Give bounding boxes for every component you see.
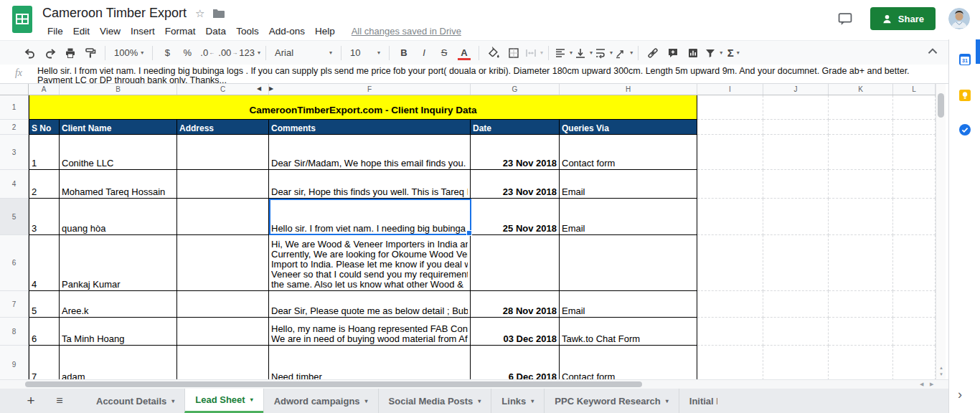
saved-status[interactable]: All changes saved in Drive — [352, 26, 461, 37]
select-all-corner[interactable] — [0, 84, 29, 95]
text-color-button[interactable]: A — [455, 44, 473, 62]
decrease-decimal-icon[interactable]: .0← — [198, 44, 217, 62]
cell-client-name[interactable]: Pankaj Kumar — [60, 235, 177, 291]
menu-help[interactable]: Help — [310, 24, 340, 38]
sheet-tab-account-details[interactable]: Account Details▾ — [86, 389, 184, 413]
cell-address[interactable] — [177, 291, 269, 318]
strikethrough-button[interactable]: S — [435, 44, 453, 62]
cell-sno[interactable]: 7 — [29, 346, 60, 379]
insert-chart-icon[interactable] — [684, 44, 702, 62]
cell-client-name[interactable]: adam — [60, 346, 177, 379]
cell-address[interactable] — [177, 235, 269, 291]
row-header-6[interactable]: 6 — [0, 235, 29, 291]
undo-icon[interactable] — [21, 44, 39, 62]
zoom-select[interactable]: 100%▾ — [110, 47, 148, 58]
title-cell[interactable]: CameroonTimberExport.com - Client Inquir… — [29, 95, 697, 120]
tab-dropdown-icon[interactable]: ▾ — [666, 398, 669, 404]
cell-comments[interactable]: Dear Sir, Please quote me as below detai… — [269, 291, 471, 318]
cell-date[interactable]: 03 Dec 2018 — [471, 318, 560, 346]
empty-cell[interactable] — [893, 95, 936, 120]
empty-cell[interactable] — [697, 291, 763, 318]
empty-cell[interactable] — [697, 170, 763, 199]
add-sheet-button[interactable]: + — [23, 393, 39, 409]
empty-cell[interactable] — [893, 135, 936, 170]
header-cell-address[interactable]: Address — [177, 120, 269, 135]
more-formats-button[interactable]: 123▾ — [239, 44, 260, 62]
row-header-1[interactable]: 1 — [0, 95, 29, 120]
sheet-tab-ppc-keyword-research[interactable]: PPC Keyword Research▾ — [544, 389, 678, 413]
header-cell-comments[interactable]: Comments — [269, 120, 471, 135]
share-button[interactable]: Share — [870, 7, 936, 30]
horizontal-scrollbar[interactable]: ◀ ▶ — [0, 379, 948, 389]
cell-sno[interactable]: 1 — [29, 135, 60, 170]
cell-address[interactable] — [177, 170, 269, 199]
cell-queries-via[interactable]: Email — [560, 291, 697, 318]
empty-cell[interactable] — [697, 318, 763, 346]
cell-queries-via[interactable]: Email — [560, 199, 697, 235]
header-cell-date[interactable]: Date — [471, 120, 560, 135]
cell-date[interactable]: 28 Nov 2018 — [471, 291, 560, 318]
sheet-tab-adword-campaigns[interactable]: Adword campaigns▾ — [263, 389, 378, 413]
sheet-tab-social-media-posts[interactable]: Social Media Posts▾ — [378, 389, 491, 413]
borders-icon[interactable] — [504, 44, 523, 62]
text-wrap-icon[interactable]: ▾ — [594, 44, 613, 62]
empty-cell[interactable] — [829, 346, 893, 379]
menu-view[interactable]: View — [95, 24, 126, 38]
cell-sno[interactable]: 5 — [29, 291, 60, 318]
horizontal-align-icon[interactable]: ▾ — [554, 44, 573, 62]
empty-cell[interactable] — [893, 346, 936, 379]
tab-dropdown-icon[interactable]: ▾ — [531, 398, 534, 404]
hide-side-panel-icon[interactable]: › — [958, 389, 962, 400]
cell-address[interactable] — [177, 318, 269, 346]
empty-cell[interactable] — [763, 235, 829, 291]
empty-cell[interactable] — [893, 318, 936, 346]
row-header-4[interactable]: 4 — [0, 170, 29, 199]
cell-client-name[interactable]: Ta Minh Hoang — [60, 318, 177, 346]
font-family-select[interactable]: Arial▾ — [270, 47, 336, 58]
empty-cell[interactable] — [697, 199, 763, 235]
empty-cell[interactable] — [763, 346, 829, 379]
menu-addons[interactable]: Add-ons — [264, 24, 310, 38]
print-icon[interactable] — [61, 44, 80, 62]
move-folder-icon[interactable] — [212, 9, 225, 19]
vertical-scrollbar-thumb[interactable] — [938, 93, 944, 118]
user-avatar[interactable] — [948, 8, 970, 29]
row-header-3[interactable]: 3 — [0, 135, 29, 170]
column-header-k[interactable]: K — [829, 84, 893, 95]
column-header-c[interactable]: C — [177, 84, 269, 95]
hidden-columns-left-icon[interactable]: ◀ — [257, 85, 261, 92]
menu-file[interactable]: File — [42, 24, 68, 38]
vertical-align-icon[interactable]: ▾ — [574, 44, 593, 62]
row-header-9[interactable]: 9 — [0, 346, 29, 379]
cell-address[interactable] — [177, 135, 269, 170]
empty-cell[interactable] — [829, 318, 893, 346]
empty-cell[interactable] — [763, 95, 829, 120]
column-header-f[interactable]: F — [269, 84, 471, 95]
cell-queries-via[interactable]: Email — [560, 170, 697, 199]
empty-cell[interactable] — [893, 291, 936, 318]
empty-cell[interactable] — [893, 235, 936, 291]
cell-queries-via[interactable]: Contact form — [560, 346, 697, 379]
empty-cell[interactable] — [893, 170, 936, 199]
merge-cells-icon[interactable]: ▾ — [524, 44, 543, 62]
insert-comment-icon[interactable] — [664, 44, 682, 62]
menu-edit[interactable]: Edit — [68, 24, 95, 38]
vertical-scrollbar[interactable]: ▲▼ — [936, 84, 946, 379]
empty-cell[interactable] — [829, 170, 893, 199]
hscroll-right-icon[interactable]: ▶ — [930, 381, 933, 387]
column-header-h[interactable]: H — [560, 84, 697, 95]
column-header-l[interactable]: L — [893, 84, 936, 95]
empty-cell[interactable] — [697, 346, 763, 379]
sheets-logo-icon[interactable] — [11, 5, 33, 34]
hscroll-left-icon[interactable]: ◀ — [920, 381, 923, 387]
row-header-2[interactable]: 2 — [0, 120, 29, 135]
empty-cell[interactable] — [893, 199, 936, 235]
empty-cell[interactable] — [697, 95, 763, 120]
empty-cell[interactable] — [763, 199, 829, 235]
cell-sno[interactable]: 4 — [29, 235, 60, 291]
cell-date[interactable]: 25 Nov 2018 — [471, 199, 560, 235]
cell-comments[interactable]: Need timber — [269, 346, 471, 379]
menu-insert[interactable]: Insert — [126, 24, 160, 38]
empty-cell[interactable] — [829, 291, 893, 318]
text-rotation-icon[interactable]: ▾ — [614, 44, 633, 62]
